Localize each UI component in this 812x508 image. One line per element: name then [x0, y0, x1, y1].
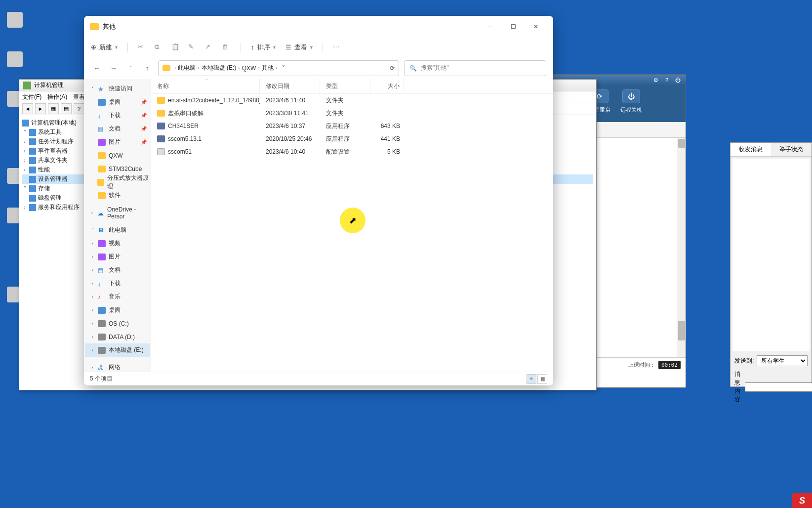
help-icon[interactable]: ? — [665, 77, 668, 83]
sidebar-downloads[interactable]: ↓下载📌 — [85, 109, 150, 122]
sidebar-desktop2[interactable]: ›桌面 — [85, 303, 150, 317]
sidebar-pictures2[interactable]: ›图片 — [85, 250, 150, 263]
gear-icon[interactable]: ⚙ — [653, 77, 658, 84]
file-date: 2023/4/6 10:40 — [260, 148, 320, 155]
column-size[interactable]: 大小 — [370, 79, 404, 93]
search-icon: 🔍 — [409, 65, 417, 72]
sidebar-folder-qxw[interactable]: QXW — [85, 149, 150, 162]
view-button[interactable]: ☰查看▾ — [285, 43, 313, 52]
tab-raise-hand[interactable]: 举手状态 — [771, 143, 812, 156]
sidebar-documents2[interactable]: ›▤文档 — [85, 263, 150, 277]
menu-file[interactable]: 文件(F) — [22, 93, 41, 100]
share-icon[interactable]: ↗ — [205, 43, 214, 52]
send-to-select[interactable]: 所有学生 — [757, 355, 808, 366]
power-icon[interactable]: ⏻ — [675, 77, 681, 83]
scrollbar[interactable] — [677, 138, 686, 357]
column-type[interactable]: 类型 — [320, 79, 370, 93]
file-row[interactable]: CH341SER2023/4/6 10:37应用程序643 KB — [151, 120, 553, 132]
plus-icon: ⊕ — [91, 43, 96, 51]
sidebar-quick-access[interactable]: ˅★快速访问 — [85, 82, 150, 95]
file-icon — [157, 110, 165, 117]
ime-indicator[interactable]: S — [792, 493, 812, 508]
details-view-button[interactable]: ≡ — [527, 374, 536, 384]
file-row[interactable]: sscom512023/4/6 10:40配置设置5 KB — [151, 145, 553, 158]
breadcrumb-dropdown[interactable]: ˅ — [279, 65, 288, 72]
window-title: 其他 — [103, 22, 479, 31]
delete-icon[interactable]: 🗑 — [222, 43, 231, 52]
sidebar-pictures[interactable]: 图片📌 — [85, 135, 150, 149]
sidebar-disk-d[interactable]: ›DATA (D:) — [85, 330, 150, 343]
nav-pane: ˅★快速访问 桌面📌 ↓下载📌 ▤文档📌 图片📌 QXW STM32Cube 分… — [84, 79, 151, 372]
sidebar-this-pc[interactable]: ˅🖥此电脑 — [85, 223, 150, 237]
sidebar-folder-fyq[interactable]: 分压式放大器原理 — [85, 175, 150, 189]
file-size: 643 KB — [370, 123, 404, 129]
file-row[interactable]: 虚拟串口破解2023/3/30 11:41文件夹 — [151, 107, 553, 120]
sidebar-folder-software[interactable]: 软件 — [85, 189, 150, 202]
folder-icon — [90, 23, 99, 30]
desktop-icon[interactable] — [3, 51, 27, 67]
column-headers[interactable]: ^ 名称 修改日期 类型 大小 — [151, 79, 553, 94]
file-type: 文件夹 — [320, 96, 370, 105]
close-button[interactable]: ✕ — [525, 19, 547, 35]
back-button[interactable]: ← — [91, 64, 103, 72]
minimize-button[interactable]: ─ — [479, 19, 502, 35]
sidebar-desktop[interactable]: 桌面📌 — [85, 95, 150, 109]
sort-button[interactable]: ↕排序▾ — [251, 43, 276, 52]
forward-button[interactable]: ► — [35, 103, 46, 114]
titlebar[interactable]: 其他 ─ ☐ ✕ — [84, 16, 553, 38]
file-row[interactable]: en.st-stm32cubeide_1.12.0_14980_20...202… — [151, 94, 553, 107]
menu-action[interactable]: 操作(A) — [47, 93, 67, 100]
search-box[interactable]: 🔍 搜索"其他" — [404, 60, 546, 76]
paste-icon[interactable]: 📋 — [171, 43, 180, 52]
file-type: 应用程序 — [320, 135, 370, 143]
toolbar-btn[interactable]: ? — [74, 103, 84, 114]
file-size: 5 KB — [370, 148, 404, 155]
crumb-this-pc[interactable]: 此电脑 — [178, 64, 196, 72]
file-name: sscom5.13.1 — [168, 135, 202, 142]
send-to-row: 发送到: 所有学生 — [731, 353, 812, 368]
toolbar-btn[interactable]: ▦ — [48, 103, 59, 114]
refresh-button[interactable]: ⟳ — [390, 65, 395, 72]
pin-icon: 📌 — [141, 126, 147, 131]
more-icon[interactable]: ⋯ — [333, 43, 342, 52]
app-icon — [23, 82, 31, 89]
sidebar-music[interactable]: ›♪音乐 — [85, 290, 150, 303]
up-button[interactable]: ↑ — [141, 64, 153, 72]
sidebar-videos[interactable]: ›视频 — [85, 237, 150, 250]
file-row[interactable]: sscom5.13.12020/10/25 20:46应用程序441 KB — [151, 132, 553, 145]
file-date: 2020/10/25 20:46 — [260, 135, 320, 142]
crumb-disk-e[interactable]: 本地磁盘 (E:) — [202, 64, 237, 72]
sidebar-disk-e[interactable]: ›本地磁盘 (E:) — [85, 343, 150, 357]
breadcrumb[interactable]: › 此电脑› 本地磁盘 (E:)› QXW› 其他› ˅ ⟳ — [158, 60, 399, 76]
sidebar-disk-c[interactable]: ›OS (C:) — [85, 317, 150, 330]
file-date: 2023/3/30 11:41 — [260, 110, 320, 117]
sidebar-onedrive[interactable]: ›☁OneDrive - Persor — [85, 206, 150, 219]
message-input[interactable] — [745, 382, 812, 392]
file-name: CH341SER — [168, 123, 199, 129]
file-type: 配置设置 — [320, 148, 370, 156]
rename-icon[interactable]: ✎ — [188, 43, 197, 52]
message-row: 消息内容: — [731, 368, 812, 406]
sidebar-documents[interactable]: ▤文档📌 — [85, 122, 150, 135]
remote-shutdown-button[interactable]: ⏻远程关机 — [620, 89, 642, 118]
toolbar-btn[interactable]: ▤ — [61, 103, 72, 114]
crumb-other[interactable]: 其他 — [262, 64, 274, 72]
class-time-value: 00:02 — [658, 361, 681, 369]
message-label: 消息内容: — [734, 370, 742, 404]
file-size: 441 KB — [370, 135, 404, 142]
tab-messages[interactable]: 收发消息 — [731, 143, 771, 156]
file-icon — [157, 97, 165, 104]
column-date[interactable]: 修改日期 — [260, 79, 320, 93]
back-button[interactable]: ◄ — [22, 103, 33, 114]
copy-icon[interactable]: ⧉ — [155, 43, 163, 52]
forward-button[interactable]: → — [108, 64, 120, 72]
sidebar-downloads2[interactable]: ›↓下载 — [85, 277, 150, 290]
crumb-qxw[interactable]: QXW — [242, 65, 256, 72]
sidebar-network[interactable]: ›🖧网络 — [85, 361, 150, 372]
tiles-view-button[interactable]: ▦ — [537, 374, 547, 384]
new-button[interactable]: ⊕新建▾ — [91, 43, 118, 52]
recent-button[interactable]: ˅ — [124, 65, 136, 71]
desktop-icon[interactable] — [3, 12, 27, 28]
cut-icon[interactable]: ✂ — [138, 43, 147, 52]
maximize-button[interactable]: ☐ — [502, 19, 525, 35]
